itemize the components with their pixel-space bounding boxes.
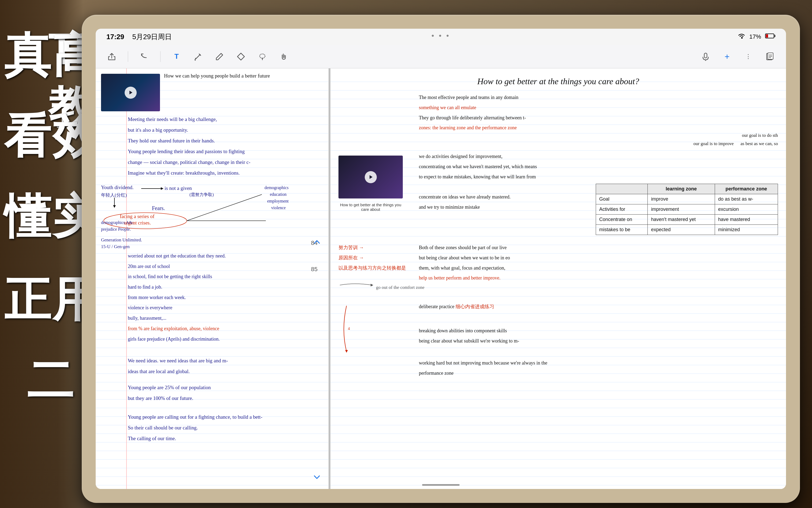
- svg-text:employment: employment: [267, 199, 289, 204]
- mindmap-area: Youth dividend. 年轻人(分红) Fears. is not a …: [98, 181, 324, 253]
- home-indicator[interactable]: [422, 484, 460, 486]
- share-button[interactable]: [104, 48, 120, 65]
- toolbar: T: [96, 45, 786, 69]
- undo-button[interactable]: [136, 48, 152, 65]
- play-button-left[interactable]: [125, 87, 137, 99]
- page-num-85: 85: [311, 266, 318, 273]
- play-button-right[interactable]: [365, 171, 377, 183]
- svg-text:Youth dividend.: Youth dividend.: [101, 184, 134, 190]
- table-cell-concentrate-label: Concentrate on: [596, 215, 648, 225]
- svg-rect-1: [766, 34, 768, 38]
- three-dots: • • •: [431, 31, 450, 40]
- table-cell-goal-learning: improve: [648, 194, 715, 204]
- scroll-down-arrow[interactable]: [312, 472, 322, 483]
- svg-marker-63: [113, 205, 116, 208]
- table-cell-goal-performance: do as best as w-: [715, 194, 778, 204]
- svg-line-76: [187, 195, 262, 221]
- video-thumbnail-right[interactable]: [338, 156, 403, 199]
- svg-text:demographics A&:: demographics A&:: [101, 220, 134, 225]
- svg-marker-59: [130, 91, 132, 94]
- cn-annotations-right: 努力苦训 → 原因所在 → 以及思考与练习方向之转换都是: [338, 243, 414, 273]
- split-view: How we can help young people build a bet…: [96, 69, 786, 489]
- left-notes-stats: Young people are 25% of our population b…: [128, 382, 322, 404]
- lasso-button[interactable]: [254, 48, 271, 65]
- left-panel-title: How we can help young people build a bet…: [164, 73, 322, 80]
- video-thumbnail-left[interactable]: [101, 74, 160, 111]
- table-row-goal: Goal improve do as best as w-: [596, 194, 778, 204]
- svg-point-2: [260, 54, 265, 58]
- svg-text:facing a series of: facing a series of: [120, 213, 155, 219]
- svg-text:prejudice People.: prejudice People.: [101, 227, 131, 232]
- right-panel: How to get better at the things you care…: [330, 69, 786, 489]
- eraser-button[interactable]: [233, 48, 249, 65]
- ipad-frame: 17:29 5月29日周日 • • • 17%: [82, 15, 800, 503]
- table-cell-activities-label: Activities for: [596, 204, 648, 215]
- svg-text:demographics: demographics: [265, 185, 289, 190]
- left-panel: How we can help young people build a bet…: [96, 69, 329, 489]
- left-notes-para1: Meeting their needs will be a big challe…: [128, 114, 322, 146]
- table-header-learning: learning zone: [648, 184, 715, 194]
- svg-text:年轻人(分红): 年轻人(分红): [101, 193, 127, 198]
- toolbar-divider-1: [128, 51, 128, 62]
- mic-button[interactable]: [698, 48, 714, 65]
- video-caption-right: How to get better at the things you care…: [338, 203, 403, 212]
- svg-text:Fears.: Fears.: [152, 205, 165, 211]
- table-row-concentrate: Concentrate on haven't mastered yet have…: [596, 215, 778, 225]
- learning-performance-table: learning zone performance zone Goal impr…: [596, 184, 778, 235]
- svg-marker-130: [370, 175, 373, 179]
- table-header-performance: performance zone: [715, 184, 778, 194]
- table-cell-activities-learning: improvement: [648, 204, 715, 215]
- right-notes-annotation: our goal is to do sth our goal is to imp…: [694, 131, 778, 148]
- pages-button[interactable]: [762, 48, 778, 65]
- svg-text:is not a given: is not a given: [164, 185, 192, 191]
- left-notes-calling: Young people are calling out for a fight…: [128, 412, 322, 444]
- svg-text:Generation Unlimited.: Generation Unlimited.: [101, 238, 142, 243]
- scroll-up-arrow[interactable]: [312, 238, 322, 249]
- table-cell-goal-label: Goal: [596, 194, 648, 204]
- highlight-button[interactable]: [190, 48, 206, 65]
- table-cell-mistakes-performance: minimized: [715, 225, 778, 235]
- svg-text:(需努力争取): (需努力争取): [189, 192, 214, 197]
- svg-text:violence: violence: [271, 206, 286, 210]
- more-button[interactable]: ⋮: [741, 48, 757, 65]
- ipad-screen: 17:29 5月29日周日 • • • 17%: [96, 29, 786, 489]
- right-notes-top: The most effective people and teams in a…: [419, 92, 778, 133]
- right-notes-breaking: breaking down abilities into component s…: [419, 326, 778, 346]
- left-overlay: [0, 0, 83, 508]
- table-cell-concentrate-performance: have mastered: [715, 215, 778, 225]
- svg-marker-131: [371, 284, 373, 287]
- table-cell-activities-performance: excursion: [715, 204, 778, 215]
- right-notes-working-hard: working hard but not improving much beca…: [419, 358, 778, 378]
- right-panel-title: How to get better at the things you care…: [344, 77, 773, 86]
- svg-marker-66: [161, 187, 163, 190]
- left-notes-para2: Young people lending their ideas and pas…: [128, 146, 323, 178]
- text-tool-button[interactable]: T: [169, 48, 185, 65]
- status-bar: 17:29 5月29日周日 • • • 17%: [96, 29, 786, 45]
- add-button[interactable]: +: [719, 48, 735, 65]
- table-row-activities: Activities for improvement excursion: [596, 204, 778, 215]
- hand-button[interactable]: [276, 48, 292, 65]
- status-date: 5月29日周日: [132, 32, 172, 42]
- svg-text:15-U / Gen-gen: 15-U / Gen-gen: [101, 244, 130, 249]
- left-notes-bullets: worried about not get the education that…: [128, 251, 322, 344]
- table-cell-concentrate-learning: haven't mastered yet: [648, 215, 715, 225]
- table-row-mistakes: mistakes to be expected minimized: [596, 225, 778, 235]
- left-notes-ideas: We need ideas. we need ideas that are bi…: [128, 355, 322, 377]
- add-icon: +: [725, 52, 730, 61]
- toolbar-right: + ⋮: [698, 48, 778, 65]
- table-cell-mistakes-label: mistakes to be: [596, 225, 648, 235]
- more-icon: ⋮: [745, 53, 752, 60]
- battery-icon: [765, 33, 775, 41]
- battery-percent: 17%: [749, 33, 761, 40]
- status-time: 17:29: [106, 33, 124, 41]
- pen-button[interactable]: [211, 48, 228, 65]
- status-right: 17%: [738, 33, 775, 41]
- svg-marker-132: [345, 350, 348, 353]
- svg-rect-3: [704, 53, 707, 58]
- deliberate-practice: deliberate practice 细心内省进成练习: [419, 302, 778, 312]
- svg-text:4: 4: [348, 327, 350, 331]
- comfort-zone-note: go out of the comfort zone: [376, 283, 425, 292]
- svg-text:education: education: [270, 192, 286, 197]
- wifi-icon: [738, 33, 745, 41]
- toolbar-divider-2: [160, 51, 160, 62]
